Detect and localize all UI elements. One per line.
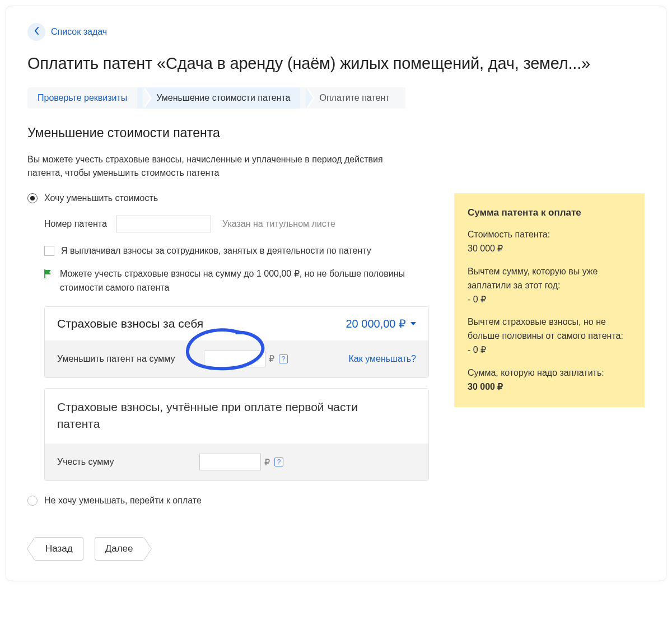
summary-insurance-label: Вычтем страховые взносы, но не больше по… (468, 315, 631, 343)
insurance-self-panel: Страховые взносы за себя 20 000,00 ₽ Уме… (44, 306, 429, 378)
summary-insurance: Вычтем страховые взносы, но не больше по… (468, 315, 631, 357)
radio-label: Не хочу уменьшать, перейти к оплате (44, 496, 202, 506)
panel1-amount-toggle[interactable]: 20 000,00 ₽ (346, 317, 416, 330)
summary-paid-value: - 0 ₽ (468, 293, 631, 307)
patent-number-hint: Указан на титульном листе (222, 219, 335, 229)
ruble-icon: ₽ (264, 457, 270, 468)
radio-reduce[interactable]: Хочу уменьшить стоимость (27, 193, 429, 203)
back-button-label: Назад (45, 537, 73, 561)
summary-cost: Стоимость патента: 30 000 ₽ (468, 228, 631, 256)
summary-cost-label: Стоимость патента: (468, 228, 631, 242)
flag-note-row: Можете учесть страховые взносы на сумму … (44, 267, 429, 295)
panel1-body: Уменьшить патент на сумму ₽ ? Как уменьш… (45, 340, 428, 377)
radio-icon (27, 496, 38, 506)
flag-note-text: Можете учесть страховые взносы на сумму … (60, 267, 429, 295)
panel2-body: Учесть сумму ₽ ? (45, 444, 428, 480)
back-link[interactable]: Список задач (51, 27, 107, 37)
breadcrumb-step-1[interactable]: Проверьте реквизиты (27, 87, 143, 109)
summary-insurance-value: - 0 ₽ (468, 343, 631, 357)
radio-icon (27, 193, 38, 203)
patent-number-row: Номер патента Указан на титульном листе (44, 216, 429, 232)
patent-number-input[interactable] (116, 216, 211, 232)
breadcrumb-step-2[interactable]: Уменьшение стоимости патента (137, 87, 306, 109)
page-title: Оплатить патент «Сдача в аренду (наём) ж… (27, 54, 645, 73)
next-button-label: Далее (105, 537, 133, 561)
summary-paid-label: Вычтем сумму, которую вы уже заплатили з… (468, 265, 631, 293)
flag-icon (44, 269, 52, 277)
summary-paid: Вычтем сумму, которую вы уже заплатили з… (468, 265, 631, 306)
panel2-field-label: Учесть сумму (57, 457, 186, 467)
caret-down-icon (410, 322, 416, 325)
section-description: Вы можете учесть страховые взносы, начис… (27, 153, 408, 180)
panel1-field-label: Уменьшить патент на сумму (57, 354, 190, 364)
panel1-head: Страховые взносы за себя 20 000,00 ₽ (45, 307, 428, 340)
help-icon[interactable]: ? (274, 458, 283, 466)
summary-total-label: Сумма, которую надо заплатить: (468, 366, 631, 380)
page-container: Список задач Оплатить патент «Сдача в ар… (6, 6, 666, 581)
footer-buttons: Назад Далее (27, 537, 429, 561)
patent-number-label: Номер патента (44, 219, 116, 229)
left-column: Хочу уменьшить стоимость Номер патента У… (27, 193, 429, 561)
how-reduce-link[interactable]: Как уменьшать? (349, 354, 417, 364)
section-title: Уменьшение стоимости патента (27, 125, 645, 141)
insurance-first-part-panel: Страховые взносы, учтённые при оплате пе… (44, 388, 429, 482)
breadcrumb: Проверьте реквизиты Уменьшение стоимости… (27, 87, 645, 109)
summary-title: Сумма патента к оплате (468, 206, 631, 220)
summary-total: Сумма, которую надо заплатить: 30 000 ₽ (468, 366, 631, 394)
back-row: Список задач (27, 23, 645, 41)
right-column: Сумма патента к оплате Стоимость патента… (454, 193, 645, 407)
back-button[interactable] (27, 23, 45, 41)
breadcrumb-step-3[interactable]: Оплатите патент (300, 87, 405, 109)
panel1-amount: 20 000,00 ₽ (346, 317, 406, 330)
summary-cost-value: 30 000 ₽ (468, 242, 631, 256)
next-nav-button[interactable]: Далее (95, 537, 143, 561)
reduce-amount-input[interactable] (204, 351, 265, 367)
panel2-title: Страховые взносы, учтённые при оплате пе… (57, 399, 371, 433)
panel1-title: Страховые взносы за себя (57, 317, 203, 330)
chevron-left-icon (34, 27, 39, 37)
summary-total-value: 30 000 ₽ (468, 380, 631, 394)
reduce-block: Номер патента Указан на титульном листе … (44, 216, 429, 481)
radio-label: Хочу уменьшить стоимость (44, 193, 158, 203)
back-nav-button[interactable]: Назад (35, 537, 83, 561)
panel1-input-wrap: ₽ ? (204, 351, 288, 367)
radio-skip[interactable]: Не хочу уменьшать, перейти к оплате (27, 496, 429, 506)
help-icon[interactable]: ? (279, 354, 288, 363)
columns: Хочу уменьшить стоимость Номер патента У… (27, 193, 645, 561)
account-amount-input[interactable] (199, 454, 261, 470)
summary-box: Сумма патента к оплате Стоимость патента… (454, 193, 645, 407)
checkbox-icon (44, 246, 54, 256)
panel2-input-wrap: ₽ ? (199, 454, 283, 470)
employees-checkbox-label: Я выплачивал взносы за сотрудников, заня… (61, 246, 371, 256)
employees-checkbox-row[interactable]: Я выплачивал взносы за сотрудников, заня… (44, 246, 429, 256)
ruble-icon: ₽ (269, 353, 274, 364)
panel2-head: Страховые взносы, учтённые при оплате пе… (45, 389, 428, 444)
